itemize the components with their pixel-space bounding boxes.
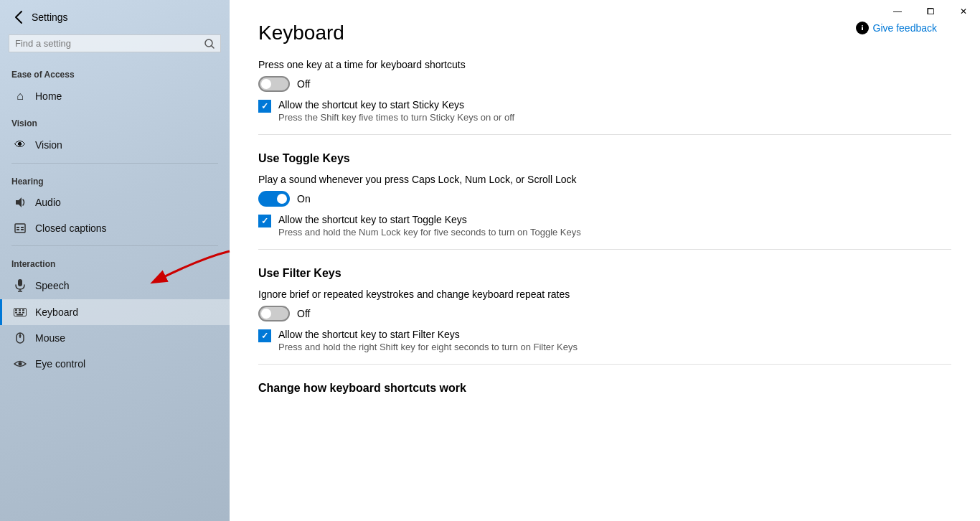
page-title: Keyboard [258,22,951,44]
separator-1 [258,134,951,135]
filter-keys-heading: Use Filter Keys [258,267,951,280]
closed-captions-icon [14,223,27,233]
toggle-keys-checkbox[interactable] [258,215,271,227]
svg-rect-4 [17,227,19,228]
sticky-keys-toggle[interactable] [258,76,290,92]
svg-rect-12 [15,309,17,311]
sidebar-item-closed-captions[interactable]: Closed captions [0,215,230,241]
window-controls: — ⧠ ✕ [881,0,980,23]
svg-rect-17 [22,312,24,314]
sidebar-item-speech[interactable]: Speech [0,272,230,299]
main-content: — ⧠ ✕ Give feedback Keyboard Press one k… [230,0,980,521]
filter-keys-section: Use Filter Keys Ignore brief or repeated… [258,267,951,352]
svg-rect-3 [15,224,25,233]
svg-line-1 [212,45,215,48]
divider-hearing [11,163,218,164]
filter-keys-checkbox-sublabel: Press and hold the right Shift key for e… [278,342,578,352]
keyboard-shortcuts-heading: Change how keyboard shortcuts work [258,382,951,395]
toggle-keys-checkbox-label: Allow the shortcut key to start Toggle K… [278,214,581,225]
mouse-icon [14,332,27,344]
audio-icon [14,197,27,208]
toggle-keys-toggle[interactable] [258,191,290,207]
sticky-keys-toggle-row: Off [258,76,951,92]
give-feedback-label: Give feedback [873,22,938,34]
svg-rect-14 [22,309,24,311]
sticky-keys-toggle-label: Press one key at a time for keyboard sho… [258,59,951,70]
speech-label: Speech [35,280,69,291]
speech-icon [14,279,27,292]
search-input[interactable] [15,38,200,49]
sticky-keys-section: Press one key at a time for keyboard sho… [258,59,951,123]
separator-3 [258,364,951,365]
ease-of-access-label: Ease of Access [0,61,230,83]
sticky-keys-checkbox-row: Allow the shortcut key to start Sticky K… [258,99,951,123]
keyboard-icon [14,308,27,316]
home-label: Home [35,90,62,102]
svg-rect-7 [21,229,24,230]
filter-keys-checkbox-row: Allow the shortcut key to start Filter K… [258,329,951,352]
svg-point-21 [19,335,22,337]
filter-keys-toggle[interactable] [258,306,290,321]
minimize-button[interactable]: — [881,0,914,23]
titlebar: Settings [0,0,230,34]
keyboard-label: Keyboard [35,306,78,318]
sidebar-item-home[interactable]: ⌂ Home [0,83,230,110]
toggle-keys-checkbox-row: Allow the shortcut key to start Toggle K… [258,214,951,238]
divider-interaction [11,245,218,246]
sticky-keys-checkbox-text: Allow the shortcut key to start Sticky K… [278,99,514,123]
sidebar-item-mouse[interactable]: Mouse [0,325,230,351]
filter-keys-checkbox[interactable] [258,329,271,342]
search-bar [9,34,221,52]
audio-label: Audio [35,197,61,208]
eye-control-icon [14,359,27,369]
separator-2 [258,249,951,250]
toggle-keys-checkbox-text: Allow the shortcut key to start Toggle K… [278,214,581,238]
vision-label: Vision [0,110,230,131]
svg-rect-15 [15,312,17,314]
svg-rect-8 [18,279,22,286]
svg-point-22 [19,362,22,366]
hearing-section-label: Hearing [0,168,230,189]
filter-keys-toggle-row: Off [258,306,951,321]
sidebar: Settings Ease of Access ⌂ Home Vision 👁 … [0,0,230,521]
maximize-button[interactable]: ⧠ [914,0,947,23]
sidebar-item-vision[interactable]: 👁 Vision [0,131,230,159]
svg-rect-5 [21,227,24,228]
svg-rect-16 [19,312,21,314]
mouse-label: Mouse [35,332,65,344]
eye-control-label: Eye control [35,358,85,370]
give-feedback-area[interactable]: Give feedback [856,22,938,34]
sticky-keys-checkbox-label: Allow the shortcut key to start Sticky K… [278,99,514,111]
sidebar-item-audio[interactable]: Audio [0,189,230,215]
sticky-keys-checkbox-sublabel: Press the Shift key five times to turn S… [278,112,514,123]
sidebar-item-keyboard[interactable]: Keyboard [0,299,230,325]
svg-marker-2 [16,197,22,207]
sticky-keys-toggle-state: Off [297,78,310,90]
close-button[interactable]: ✕ [947,0,980,23]
app-title: Settings [32,11,68,23]
svg-rect-26 [862,27,863,30]
home-icon: ⌂ [14,90,27,103]
toggle-keys-checkbox-sublabel: Press and hold the Num Lock key for five… [278,227,581,238]
toggle-keys-toggle-row: On [258,191,951,207]
toggle-keys-toggle-label: Play a sound whenever you press Caps Loc… [258,174,951,185]
filter-keys-toggle-state: Off [297,308,310,319]
toggle-keys-toggle-state: On [297,193,311,205]
svg-rect-6 [17,229,19,230]
vision-item-label: Vision [35,139,62,151]
svg-rect-18 [17,314,23,316]
sticky-keys-checkbox[interactable] [258,100,271,113]
filter-keys-checkbox-label: Allow the shortcut key to start Filter K… [278,329,578,340]
filter-keys-checkbox-text: Allow the shortcut key to start Filter K… [278,329,578,352]
toggle-keys-heading: Use Toggle Keys [258,152,951,165]
toggle-keys-section: Use Toggle Keys Play a sound whenever yo… [258,152,951,238]
back-button[interactable] [11,7,26,27]
closed-captions-label: Closed captions [35,222,107,234]
search-icon-button[interactable] [204,39,215,49]
interaction-section-label: Interaction [0,250,230,272]
svg-point-25 [862,25,863,27]
filter-keys-toggle-label: Ignore brief or repeated keystrokes and … [258,288,951,300]
vision-icon: 👁 [14,139,27,151]
sidebar-item-eye-control[interactable]: Eye control [0,351,230,377]
feedback-icon [856,22,869,34]
